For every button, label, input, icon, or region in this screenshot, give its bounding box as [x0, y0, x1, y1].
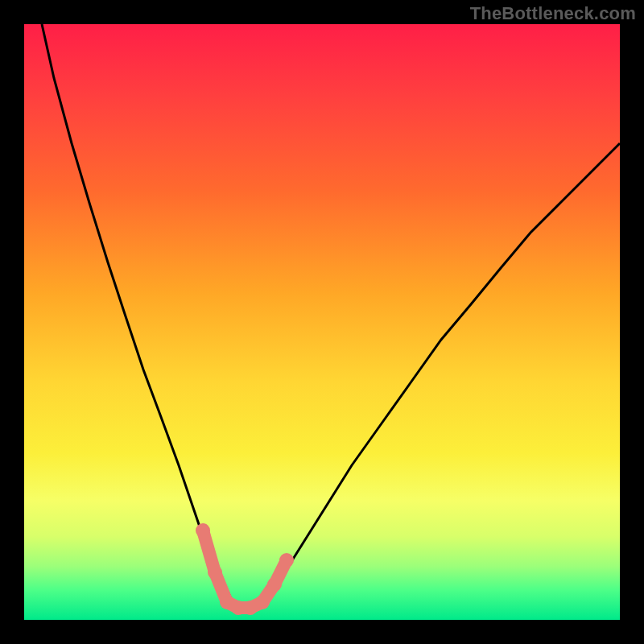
- plot-area: [24, 24, 620, 620]
- chart-frame: TheBottleneck.com: [0, 0, 644, 644]
- min-region-markers: [196, 523, 294, 615]
- bottleneck-curve: [42, 24, 620, 608]
- watermark-text: TheBottleneck.com: [470, 3, 636, 24]
- min-region-stroke: [203, 530, 287, 608]
- curve-layer: [24, 24, 620, 620]
